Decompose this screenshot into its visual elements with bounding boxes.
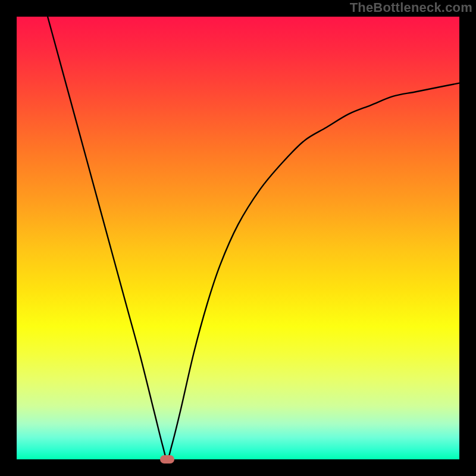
bottleneck-curve <box>17 17 459 459</box>
chart-frame: TheBottleneck.com <box>0 0 476 476</box>
watermark-text: TheBottleneck.com <box>350 0 472 15</box>
plot-area <box>17 17 459 459</box>
minimum-marker <box>160 455 174 464</box>
